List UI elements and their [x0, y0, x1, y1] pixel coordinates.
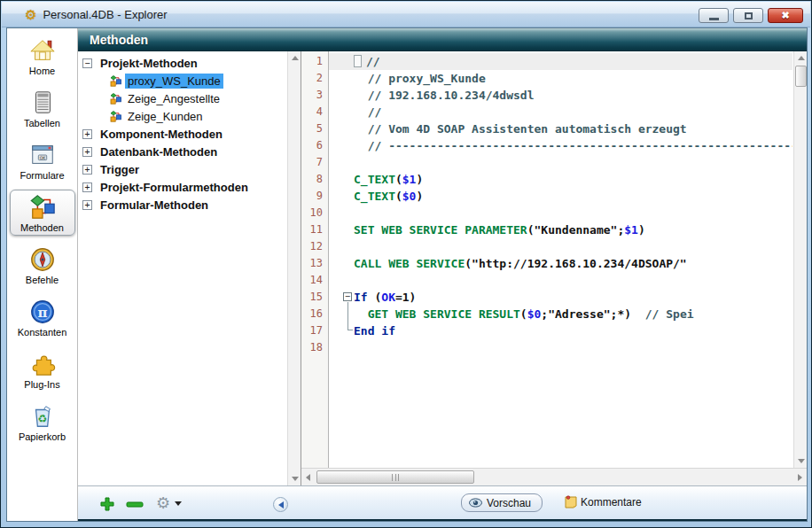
code-line-10[interactable] — [329, 205, 792, 221]
line-number: 18 — [301, 339, 323, 356]
maximize-icon — [745, 12, 753, 19]
sidebar-item-label: Tabellen — [24, 118, 60, 128]
scroll-up-icon[interactable] — [288, 51, 301, 65]
horizontal-scroll-thumb[interactable] — [316, 470, 474, 484]
code-line-5[interactable]: // Vom 4D SOAP Assistenten automatisch e… — [329, 120, 792, 137]
scroll-up-icon[interactable] — [794, 51, 808, 65]
tree-item-label: Projekt-Methoden — [100, 57, 198, 70]
sidebar-item-befehle[interactable]: Befehle — [10, 242, 75, 288]
sidebar-item-plugins[interactable]: Plug-Ins — [10, 346, 75, 392]
sidebar-item-papierkorb[interactable]: ♻Papierkorb — [10, 399, 75, 445]
arrow-left-icon — [275, 501, 284, 509]
comments-toggle[interactable]: Kommentare — [565, 495, 642, 509]
window-controls: ✖ — [699, 8, 803, 23]
expand-icon[interactable]: + — [82, 129, 92, 139]
tree-item-formular-methoden[interactable]: +Formular-Methoden — [78, 196, 286, 214]
code-token: C_TEXT — [354, 173, 395, 186]
tree-item-datenbank-methoden[interactable]: +Datenbank-Methoden — [78, 143, 286, 160]
fold-collapse-icon[interactable]: − — [343, 292, 352, 301]
expand-icon[interactable]: + — [82, 200, 92, 210]
tree-item-komponent-methoden[interactable]: +Komponent-Methoden — [78, 125, 286, 143]
minimize-button[interactable] — [699, 8, 729, 23]
code-editor[interactable]: 123456789101112131415161718 // // proxy_… — [301, 51, 807, 468]
title-bar[interactable]: ⚙ Personal.4DB - Explorer ✖ — [2, 2, 810, 27]
tree-item-zeige-angestellte[interactable]: Zeige_Angestellte — [78, 89, 286, 107]
code-token: // Vom 4D SOAP Assistenten automatisch e… — [354, 122, 687, 136]
code-token: ( — [527, 223, 535, 237]
settings-menu-button[interactable]: ⚙ — [156, 495, 182, 511]
add-method-button[interactable] — [99, 496, 115, 512]
code-token: "Adresse" — [548, 307, 610, 321]
code-line-11[interactable]: SET WEB SERVICE PARAMETER("Kundenname";$… — [329, 221, 792, 238]
code-token: "Kundenname" — [535, 223, 618, 237]
method-icon — [110, 111, 121, 122]
tree-item-trigger[interactable]: +Trigger — [78, 160, 286, 178]
editor-vertical-scrollbar[interactable] — [793, 51, 807, 468]
remove-method-button[interactable] — [126, 501, 144, 508]
svg-text:OK: OK — [39, 156, 46, 160]
scroll-down-icon[interactable] — [288, 472, 301, 485]
code-line-1[interactable]: // — [329, 53, 792, 70]
code-line-16[interactable]: GET WEB SERVICE RESULT($0;"Adresse";*) /… — [329, 306, 792, 322]
expand-icon[interactable]: + — [82, 182, 92, 192]
code-line-6[interactable]: // -------------------------------------… — [329, 137, 792, 154]
code-line-18[interactable] — [329, 339, 792, 356]
sidebar-item-label: Konstanten — [18, 327, 67, 338]
code-token — [631, 307, 645, 321]
preview-toggle-button[interactable]: Vorschau — [461, 493, 543, 512]
sidebar-item-formulare[interactable]: OKFormulare — [10, 137, 75, 183]
methods-tree: −Projekt-Methodenproxy_WS_KundeZeige_Ang… — [78, 54, 286, 485]
vertical-scroll-thumb[interactable] — [795, 66, 807, 87]
code-line-3[interactable]: // 192.168.10.234/4dwsdl — [329, 87, 792, 104]
code-line-15[interactable]: −If (OK=1) — [329, 289, 792, 306]
close-button[interactable]: ✖ — [768, 8, 803, 23]
sidebar-item-home[interactable]: Home — [10, 33, 75, 79]
code-line-17[interactable]: End if — [329, 322, 792, 339]
maximize-button[interactable] — [733, 8, 763, 23]
tree-item-label: Komponent-Methoden — [100, 128, 223, 141]
tree-item-projekt-methoden[interactable]: −Projekt-Methoden — [78, 54, 286, 72]
code-line-12[interactable] — [329, 238, 792, 255]
bottom-toolbar: ⚙ Vorschau — [78, 485, 807, 521]
editor-horizontal-scrollbar[interactable] — [301, 468, 807, 485]
tree-item-zeige-kunden[interactable]: Zeige_Kunden — [78, 107, 286, 125]
sidebar-item-label: Methoden — [20, 222, 64, 233]
sidebar-item-konstanten[interactable]: πKonstanten — [10, 294, 75, 340]
plugins-puzzle-icon — [29, 350, 56, 378]
sidebar-item-tabellen[interactable]: Tabellen — [10, 85, 75, 131]
code-token: ;*) — [611, 307, 631, 321]
scroll-down-icon[interactable] — [794, 454, 808, 468]
line-number: 1 — [301, 53, 323, 70]
tree-item-proxy-ws-kunde[interactable]: proxy_WS_Kunde — [78, 72, 286, 89]
line-number: 17 — [301, 322, 323, 339]
tables-icon — [29, 89, 56, 117]
scroll-right-icon[interactable] — [793, 470, 807, 484]
line-number: 6 — [301, 137, 323, 154]
plus-icon — [99, 496, 115, 512]
line-number: 3 — [301, 87, 323, 104]
code-line-8[interactable]: C_TEXT($1) — [329, 171, 792, 188]
insertion-marker — [354, 55, 362, 67]
code-line-9[interactable]: C_TEXT($0) — [329, 188, 792, 205]
code-line-13[interactable]: CALL WEB SERVICE("http://192.168.10.234/… — [329, 255, 792, 272]
line-number: 11 — [301, 221, 323, 238]
code-line-4[interactable]: // — [329, 104, 792, 120]
scroll-left-icon[interactable] — [301, 470, 315, 484]
code-token: // — [354, 105, 381, 119]
code-line-7[interactable] — [329, 154, 792, 171]
tree-scrollbar[interactable] — [287, 51, 301, 485]
sidebar-item-methoden[interactable]: Methoden — [10, 190, 75, 236]
tree-item-projekt-formularmethoden[interactable]: +Projekt-Formularmethoden — [78, 178, 286, 196]
code-token: ( — [395, 190, 402, 203]
collapse-pane-button[interactable] — [273, 497, 288, 512]
code-token: // 192.168.10.234/4dwsdl — [354, 89, 535, 102]
code-area[interactable]: // // proxy_WS_Kunde // 192.168.10.234/4… — [329, 51, 792, 468]
expand-icon[interactable]: + — [82, 147, 92, 157]
code-line-2[interactable]: // proxy_WS_Kunde — [329, 70, 792, 87]
tree-item-label: Zeige_Kunden — [128, 110, 203, 123]
code-token: // -------------------------------------… — [354, 139, 792, 152]
collapse-icon[interactable]: − — [82, 58, 92, 68]
code-line-14[interactable] — [329, 272, 792, 289]
commands-compass-icon — [29, 245, 56, 274]
expand-icon[interactable]: + — [82, 165, 92, 175]
